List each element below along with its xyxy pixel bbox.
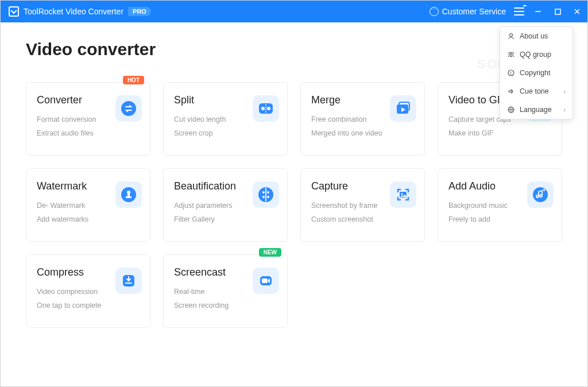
svg-point-33 (511, 52, 513, 55)
chat-icon (430, 7, 439, 16)
customer-service-label: Customer Service (442, 7, 506, 16)
minimize-button[interactable] (532, 6, 544, 17)
menu-label: Language (520, 106, 552, 114)
card-merge[interactable]: Merge Free combination Merged into one v… (300, 82, 425, 156)
card-watermark[interactable]: Watermark De- Watermark Add watermarks (26, 168, 150, 242)
card-split[interactable]: Split Cut video length Screen crop (163, 82, 288, 156)
svg-point-22 (267, 196, 269, 198)
person-icon (507, 32, 515, 40)
svg-point-4 (121, 101, 136, 116)
group-icon (507, 51, 515, 59)
menu-qq-group[interactable]: QQ group (500, 45, 572, 64)
card-line: Screen crop (174, 127, 277, 141)
app-window: ToolRocket Video Converter PRO Customer … (0, 0, 588, 387)
menu-copyright[interactable]: C Copyright (500, 64, 572, 82)
svg-rect-30 (262, 278, 268, 283)
audio-icon (527, 181, 554, 208)
menu-label: Cue tone (520, 87, 549, 95)
main-menu-dropdown: About us QQ group C Copyright Cue tone ›… (500, 26, 573, 119)
card-line: Screen recording (174, 299, 277, 313)
svg-rect-23 (265, 188, 266, 202)
menu-label: About us (520, 32, 548, 40)
chevron-right-icon: › (563, 88, 566, 95)
menu-language[interactable]: Language › (500, 100, 572, 119)
hot-badge: HOT (123, 76, 144, 84)
maximize-button[interactable] (552, 6, 563, 17)
feature-grid: HOT Converter Format conversion Extract … (26, 82, 562, 328)
customer-service-button[interactable]: Customer Service (430, 7, 506, 16)
card-beautification[interactable]: Beautification Adjust parameters Filter … (163, 168, 288, 242)
pro-badge: PRO (128, 7, 151, 16)
card-line: Filter Gallery (174, 213, 277, 227)
compress-icon (115, 268, 142, 294)
watermark-icon (115, 181, 142, 208)
close-button[interactable] (571, 6, 583, 17)
card-line: Make into GIF (448, 127, 551, 141)
card-screencast[interactable]: NEW Screencast Real-time Screen recordin… (163, 254, 288, 328)
card-line: Custom screenshot (311, 213, 414, 227)
svg-rect-1 (555, 9, 560, 14)
card-capture[interactable]: Capture Screenshot by frame Custom scree… (300, 168, 425, 242)
app-title: ToolRocket Video Converter (24, 7, 123, 16)
card-line: Extract audio files (37, 127, 140, 141)
titlebar: ToolRocket Video Converter PRO Customer … (1, 1, 587, 22)
svg-point-31 (510, 34, 513, 37)
convert-icon (115, 95, 142, 122)
svg-point-7 (261, 107, 265, 110)
svg-point-17 (127, 191, 130, 194)
card-line: Add watermarks (37, 213, 140, 227)
card-converter[interactable]: HOT Converter Format conversion Extract … (26, 82, 150, 156)
card-add-audio[interactable]: Add Audio Background music Freely to add (438, 168, 562, 242)
card-line: One tap to complete (37, 299, 140, 313)
chevron-right-icon: › (563, 106, 566, 113)
svg-point-8 (267, 107, 270, 110)
svg-point-20 (267, 191, 269, 194)
merge-icon (390, 95, 416, 122)
globe-icon (507, 106, 515, 114)
menu-label: Copyright (520, 69, 551, 77)
svg-point-25 (401, 194, 403, 195)
beautify-icon (253, 181, 279, 208)
new-badge: NEW (259, 248, 281, 257)
menu-about-us[interactable]: About us (500, 27, 572, 45)
svg-text:C: C (509, 71, 512, 75)
split-icon (253, 95, 279, 122)
app-logo-icon (9, 6, 19, 17)
card-line: Merged into one video (311, 127, 414, 141)
capture-icon (390, 181, 416, 208)
menu-toggle-button[interactable] (514, 7, 524, 16)
copyright-icon: C (507, 69, 515, 77)
card-line: Freely to add (448, 213, 551, 227)
card-compress[interactable]: Compress Video compression One tap to co… (26, 254, 150, 328)
svg-point-21 (262, 196, 265, 198)
notification-dot-icon (523, 5, 527, 6)
page-title: Video converter (26, 40, 562, 59)
screencast-icon (253, 268, 279, 294)
speaker-icon (507, 87, 515, 95)
menu-cue-tone[interactable]: Cue tone › (500, 82, 572, 100)
svg-point-19 (262, 191, 265, 194)
menu-label: QQ group (520, 51, 551, 59)
